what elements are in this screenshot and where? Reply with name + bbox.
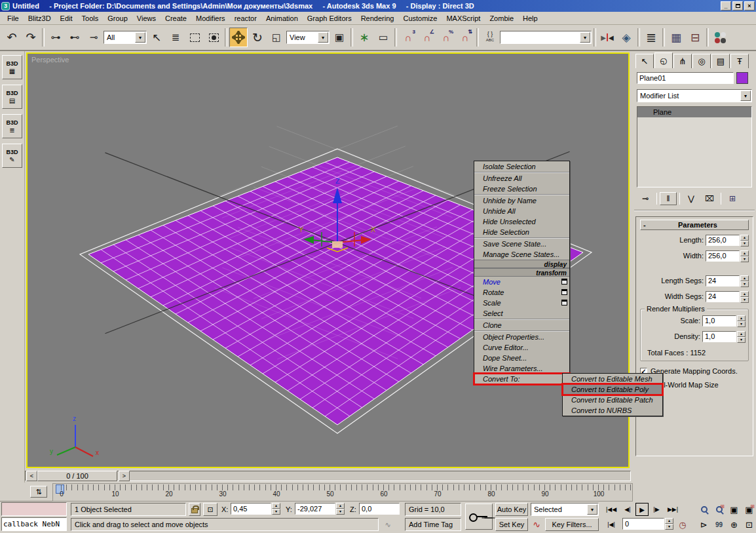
keyboard-shortcut-override-icon[interactable]: ▭	[374, 28, 392, 47]
menu-item-select[interactable]: Select	[474, 308, 569, 319]
tab-create[interactable]: ↖	[635, 54, 654, 68]
menu-item-convert-editable-poly[interactable]: Convert to Editable Poly	[563, 384, 662, 395]
align-icon[interactable]: ◈	[617, 28, 635, 47]
menu-item-scale[interactable]: Scale	[474, 298, 569, 308]
menu-item-rotate[interactable]: Rotate	[474, 287, 569, 298]
zoom-all-icon[interactable]: ⊞	[712, 503, 726, 516]
chevron-down-icon[interactable]: ▾	[318, 32, 328, 43]
undo-icon[interactable]: ↶	[3, 28, 21, 47]
x-coord-field[interactable]	[231, 503, 271, 515]
maxscript-mini-listener[interactable]	[1, 502, 67, 516]
select-and-move-icon[interactable]	[229, 28, 248, 47]
zoom-icon[interactable]	[697, 503, 711, 516]
maximize-viewport-toggle-icon[interactable]: ⊡	[742, 518, 756, 531]
selection-filter-dropdown[interactable]: All ▾	[104, 31, 147, 44]
chevron-down-icon[interactable]: ▾	[587, 504, 597, 515]
key-mode-toggle-icon[interactable]: |◀|	[603, 518, 620, 531]
tab-utilities[interactable]: Ŧ	[730, 54, 749, 68]
frame-spinner[interactable]: ▴▾	[665, 518, 673, 530]
select-and-scale-icon[interactable]: ◱	[267, 28, 286, 47]
modifier-stack[interactable]: Plane	[637, 106, 752, 188]
minimize-button[interactable]: _	[721, 1, 731, 10]
menu-item-unhide-by-name[interactable]: Unhide by Name	[474, 195, 569, 206]
menu-blitz3d[interactable]: Blitz3D	[24, 13, 56, 24]
menu-create[interactable]: Create	[161, 13, 191, 24]
width-field[interactable]	[706, 250, 740, 262]
absolute-offset-toggle[interactable]: ⊡	[203, 503, 217, 516]
mirror-icon[interactable]: ▶◀	[598, 28, 616, 47]
menu-tools[interactable]: Tools	[77, 13, 104, 24]
next-frame-step-button[interactable]: |▶	[650, 503, 663, 516]
width-segs-field[interactable]	[706, 291, 740, 302]
tab-modify[interactable]: ◵	[654, 52, 673, 68]
named-selection-dropdown[interactable]: ▾	[500, 31, 592, 44]
object-name-field[interactable]	[637, 72, 734, 84]
menu-graph-editors[interactable]: Graph Editors	[303, 13, 356, 24]
percent-snap-icon[interactable]: ∩%	[437, 28, 455, 47]
timeline-ruler[interactable]: 0 10 20 30 40 50 60 70 80 90 100	[52, 483, 633, 502]
field-of-view-icon[interactable]: ⊳	[697, 518, 711, 531]
tab-display[interactable]: ▤	[711, 54, 730, 68]
menu-item-manage-scene-states[interactable]: Manage Scene States...	[474, 249, 569, 260]
menu-file[interactable]: File	[3, 13, 24, 24]
tab-hierarchy[interactable]: ⋔	[673, 54, 692, 68]
b3d-settings-button[interactable]: B3D✎	[2, 144, 22, 168]
b3d-list-button[interactable]: B3D≣	[2, 114, 22, 138]
length-field[interactable]	[706, 235, 740, 246]
menu-rendering[interactable]: Rendering	[356, 13, 399, 24]
angle-snap-icon[interactable]: ∩∠	[418, 28, 436, 47]
play-button[interactable]: ▶	[635, 503, 649, 516]
b3d-export-button[interactable]: B3D▤	[2, 85, 22, 109]
menu-item-convert-to[interactable]: Convert To:▶	[474, 374, 569, 384]
snaps-toggle-icon[interactable]: ∩3	[399, 28, 417, 47]
density-spinner[interactable]: ▴▾	[737, 331, 746, 342]
auto-key-button[interactable]: Auto Key	[495, 503, 528, 516]
viewport-label[interactable]: Perspective	[31, 56, 69, 64]
scale-settings-icon[interactable]	[561, 300, 567, 306]
select-by-name-icon[interactable]: ≣	[166, 28, 185, 47]
schematic-view-icon[interactable]: ⊟	[686, 28, 704, 47]
modifier-list-dropdown[interactable]: Modifier List ▾	[637, 89, 752, 102]
use-pivot-point-center-icon[interactable]: ▣	[330, 28, 349, 47]
key-mode-dropdown[interactable]: Selected ▾	[531, 503, 599, 516]
menu-reactor[interactable]: reactor	[230, 13, 261, 24]
make-unique-icon[interactable]: ⋁	[683, 192, 700, 205]
length-spinner[interactable]: ▴▾	[740, 235, 749, 246]
configure-modifier-sets-icon[interactable]: ⊞	[724, 192, 741, 205]
rectangular-selection-region-icon[interactable]	[185, 28, 204, 47]
y-coord-field[interactable]	[295, 503, 335, 515]
rotate-settings-icon[interactable]	[561, 289, 567, 295]
previous-frame-button[interactable]: <	[26, 471, 37, 481]
title-bar[interactable]: 3 Untitled - Project Folder: D:\Document…	[0, 0, 756, 12]
menu-item-object-properties[interactable]: Object Properties...	[474, 332, 569, 342]
length-segs-spinner[interactable]: ▴▾	[740, 275, 749, 286]
menu-animation[interactable]: Animation	[261, 13, 303, 24]
time-configuration-icon[interactable]: ◷	[676, 518, 689, 531]
next-frame-button[interactable]: >	[119, 471, 130, 481]
scale-spinner[interactable]: ▴▾	[737, 315, 746, 326]
trackbar-mode-icon[interactable]: ⇅	[30, 486, 47, 498]
menu-item-convert-nurbs[interactable]: Convert to NURBS	[563, 405, 662, 416]
tab-motion[interactable]: ◎	[692, 54, 711, 68]
previous-frame-step-button[interactable]: ◀|	[621, 503, 634, 516]
menu-item-convert-editable-patch[interactable]: Convert to Editable Patch	[563, 395, 662, 405]
spinner-snap-icon[interactable]: ∩⇅	[456, 28, 474, 47]
set-key-button[interactable]: Set Key	[495, 518, 528, 531]
menu-edit[interactable]: Edit	[56, 13, 77, 24]
menu-item-unfreeze-all[interactable]: Unfreeze All	[474, 173, 569, 184]
menu-item-freeze-selection[interactable]: Freeze Selection	[474, 184, 569, 194]
pan-view-icon[interactable]: 99	[712, 518, 726, 531]
current-frame-field[interactable]	[622, 518, 664, 530]
add-time-tag-box[interactable]: Add Time Tag	[405, 518, 461, 531]
selection-lock-button[interactable]	[189, 503, 200, 516]
chevron-down-icon[interactable]: ▾	[580, 32, 590, 43]
scale-field[interactable]	[702, 315, 736, 326]
menu-item-convert-editable-mesh[interactable]: Convert to Editable Mesh	[563, 374, 662, 384]
go-to-start-button[interactable]: |◀◀	[603, 503, 620, 516]
window-crossing-icon[interactable]	[204, 28, 223, 47]
menu-help[interactable]: Help	[518, 13, 542, 24]
menu-group[interactable]: Group	[103, 13, 132, 24]
select-and-rotate-icon[interactable]: ↻	[248, 28, 267, 47]
menu-views[interactable]: Views	[132, 13, 161, 24]
b3d-save-button[interactable]: B3D▦	[2, 55, 22, 79]
